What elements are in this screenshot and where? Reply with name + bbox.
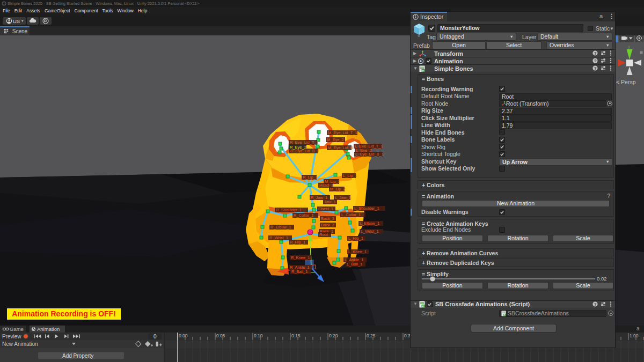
svg-text:0:00: 0:00 <box>179 333 188 338</box>
svg-text:Jaw_1: Jaw_1 <box>324 200 336 204</box>
svg-text:R_Collar_1: R_Collar_1 <box>294 213 314 218</box>
svg-text:Game: Game <box>10 326 24 332</box>
svg-text:L_Jaw_1: L_Jaw_1 <box>335 195 351 200</box>
svg-text:M_Eye_Lid_T_1: M_Eye_Lid_T_1 <box>328 130 357 135</box>
svg-text:R_Eye_2: R_Eye_2 <box>290 145 306 150</box>
svg-text:0:10: 0:10 <box>254 333 263 338</box>
svg-text:R_Lip_1: R_Lip_1 <box>303 175 318 180</box>
svg-text:?: ? <box>594 66 597 71</box>
svg-text:0:20: 0:20 <box>329 333 338 338</box>
svg-text:M_Eye_2: M_Eye_2 <box>327 137 344 142</box>
svg-text:Animation: Animation <box>37 326 60 332</box>
svg-text:R_Knee_1: R_Knee_1 <box>291 255 310 260</box>
svg-text:US: US <box>13 18 20 24</box>
svg-text:M_Lip_2: M_Lip_2 <box>330 187 346 191</box>
svg-text:0:05: 0:05 <box>216 333 225 338</box>
svg-text:R_Ball_1: R_Ball_1 <box>291 269 308 274</box>
svg-text:Back_3: Back_3 <box>321 216 334 221</box>
svg-text:?: ? <box>594 58 597 63</box>
svg-text:1:00: 1:00 <box>630 333 639 338</box>
svg-text:< Persp: < Persp <box>616 79 636 85</box>
svg-text:0: 0 <box>153 334 157 339</box>
svg-text:0:15: 0:15 <box>291 333 301 338</box>
svg-text:L_Eye_Lid_B_1: L_Eye_Lid_B_1 <box>355 152 384 157</box>
svg-text:?: ? <box>594 51 597 56</box>
svg-text:L_Collar_1: L_Collar_1 <box>341 212 361 217</box>
svg-text:?: ? <box>594 302 597 307</box>
svg-text:L_Shoulder_1: L_Shoulder_1 <box>354 206 379 211</box>
svg-text:L_Ball_1: L_Ball_1 <box>347 262 362 267</box>
svg-text:Chest_1: Chest_1 <box>318 206 333 211</box>
svg-text:L_Hip_1: L_Hip_1 <box>348 236 363 241</box>
svg-text:Back_2: Back_2 <box>321 223 334 227</box>
svg-text:R_Elbow_1: R_Elbow_1 <box>270 225 291 230</box>
svg-text:L_Lip_1: L_Lip_1 <box>343 173 357 178</box>
svg-text:R_Wrist_1: R_Wrist_1 <box>269 235 288 240</box>
svg-text:M_Eye_Lid_B: M_Eye_Lid_B <box>328 145 353 150</box>
svg-text:Add Property: Add Property <box>62 353 93 359</box>
svg-text:#: # <box>503 314 505 316</box>
svg-text:Preview: Preview <box>2 334 21 339</box>
svg-text:New Animation: New Animation <box>2 341 38 347</box>
svg-text:L_Elbow_1: L_Elbow_1 <box>360 221 379 226</box>
svg-text:0:25: 0:25 <box>367 333 376 338</box>
svg-text:R_Shoulder_1: R_Shoulder_1 <box>276 208 302 212</box>
svg-text:R_Hip_1: R_Hip_1 <box>290 240 305 245</box>
svg-text:L_Wrist_1: L_Wrist_1 <box>361 229 379 234</box>
svg-text:Root: Root <box>319 232 328 237</box>
svg-text:L_Knee_1: L_Knee_1 <box>348 249 367 254</box>
